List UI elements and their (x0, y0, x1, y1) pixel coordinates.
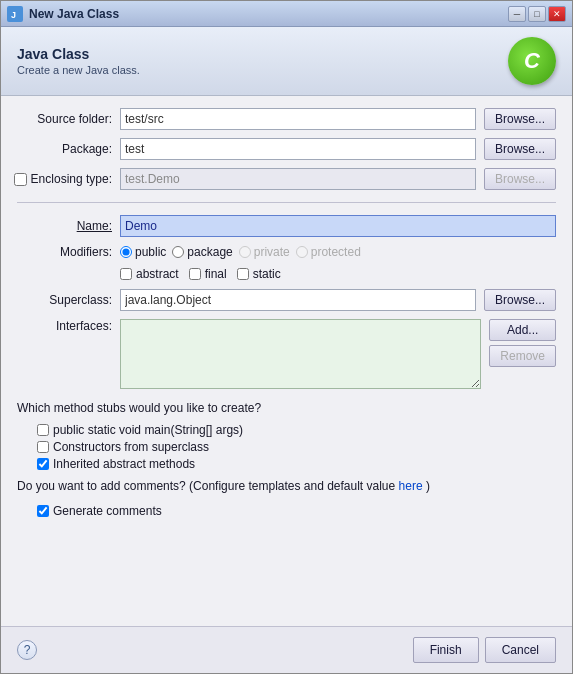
modifier-public-radio[interactable] (120, 246, 132, 258)
enclosing-type-checkbox[interactable] (14, 173, 27, 186)
modifier-protected-radio[interactable] (296, 246, 308, 258)
comments-link[interactable]: here (399, 479, 423, 493)
name-row: Name: (17, 215, 556, 237)
interfaces-textarea[interactable] (120, 319, 481, 389)
package-row: Package: Browse... (17, 138, 556, 160)
modifier-extra-row: abstract final static (120, 267, 556, 281)
form-content: Source folder: Browse... Package: Browse… (1, 96, 572, 626)
window-controls: ─ □ ✕ (508, 6, 566, 22)
generate-comments-checkbox[interactable] (37, 505, 49, 517)
superclass-browse-button[interactable]: Browse... (484, 289, 556, 311)
interfaces-add-button[interactable]: Add... (489, 319, 556, 341)
stub-constructors-checkbox[interactable] (37, 441, 49, 453)
generate-comments-row: Generate comments (37, 504, 556, 518)
source-folder-input[interactable] (120, 108, 476, 130)
title-bar: J New Java Class ─ □ ✕ (1, 1, 572, 27)
modifier-abstract-checkbox[interactable] (120, 268, 132, 280)
package-label: Package: (17, 142, 112, 156)
modifier-private-label[interactable]: private (239, 245, 290, 259)
enclosing-type-row: Enclosing type: Browse... (17, 168, 556, 190)
source-folder-label: Source folder: (17, 112, 112, 126)
enclosing-check-area: Enclosing type: (17, 172, 112, 186)
enclosing-type-input[interactable] (120, 168, 476, 190)
modifier-final-label[interactable]: final (189, 267, 227, 281)
cancel-button[interactable]: Cancel (485, 637, 556, 663)
modifier-static-checkbox[interactable] (237, 268, 249, 280)
name-input[interactable] (120, 215, 556, 237)
footer-buttons: Finish Cancel (413, 637, 556, 663)
maximize-button[interactable]: □ (528, 6, 546, 22)
superclass-input[interactable] (120, 289, 476, 311)
svg-text:J: J (11, 10, 16, 20)
finish-button[interactable]: Finish (413, 637, 479, 663)
comments-section: Do you want to add comments? (Configure … (17, 479, 556, 493)
generate-comments-label[interactable]: Generate comments (37, 504, 556, 518)
stub-main-label[interactable]: public static void main(String[] args) (37, 423, 556, 437)
stubs-question: Which method stubs would you like to cre… (17, 401, 556, 415)
interfaces-buttons: Add... Remove (489, 319, 556, 367)
header-text: Java Class Create a new Java class. (17, 46, 140, 76)
package-input[interactable] (120, 138, 476, 160)
package-browse-button[interactable]: Browse... (484, 138, 556, 160)
stub-constructors-label[interactable]: Constructors from superclass (37, 440, 556, 454)
modifiers-options: public package private protected (120, 245, 361, 259)
interfaces-label: Interfaces: (17, 319, 112, 333)
modifier-private-radio[interactable] (239, 246, 251, 258)
header-title: Java Class (17, 46, 140, 62)
enclosing-type-label[interactable]: Enclosing type: (31, 172, 112, 186)
footer: ? Finish Cancel (1, 626, 572, 673)
header-subtitle: Create a new Java class. (17, 64, 140, 76)
modifier-static-label[interactable]: static (237, 267, 281, 281)
stubs-section: public static void main(String[] args) C… (37, 423, 556, 471)
stub-main-checkbox[interactable] (37, 424, 49, 436)
interfaces-remove-button[interactable]: Remove (489, 345, 556, 367)
modifier-package-label[interactable]: package (172, 245, 232, 259)
source-folder-browse-button[interactable]: Browse... (484, 108, 556, 130)
superclass-label: Superclass: (17, 293, 112, 307)
name-label: Name: (17, 219, 112, 233)
modifiers-label: Modifiers: (17, 245, 112, 259)
modifier-protected-label[interactable]: protected (296, 245, 361, 259)
help-button[interactable]: ? (17, 640, 37, 660)
stub-inherited-checkbox[interactable] (37, 458, 49, 470)
interfaces-row: Interfaces: Add... Remove (17, 319, 556, 389)
comments-question-text: Do you want to add comments? (Configure … (17, 479, 395, 493)
divider-1 (17, 202, 556, 203)
enclosing-type-browse-button[interactable]: Browse... (484, 168, 556, 190)
modifier-final-checkbox[interactable] (189, 268, 201, 280)
source-folder-row: Source folder: Browse... (17, 108, 556, 130)
comments-question-suffix: ) (426, 479, 430, 493)
stub-inherited-label[interactable]: Inherited abstract methods (37, 457, 556, 471)
modifier-public-label[interactable]: public (120, 245, 166, 259)
main-window: J New Java Class ─ □ ✕ Java Class Create… (0, 0, 573, 674)
modifiers-row: Modifiers: public package private protec… (17, 245, 556, 259)
close-button[interactable]: ✕ (548, 6, 566, 22)
superclass-row: Superclass: Browse... (17, 289, 556, 311)
minimize-button[interactable]: ─ (508, 6, 526, 22)
header-logo: C (508, 37, 556, 85)
modifier-abstract-label[interactable]: abstract (120, 267, 179, 281)
window-icon: J (7, 6, 23, 22)
header-section: Java Class Create a new Java class. C (1, 27, 572, 96)
modifier-package-radio[interactable] (172, 246, 184, 258)
window-title: New Java Class (29, 7, 502, 21)
